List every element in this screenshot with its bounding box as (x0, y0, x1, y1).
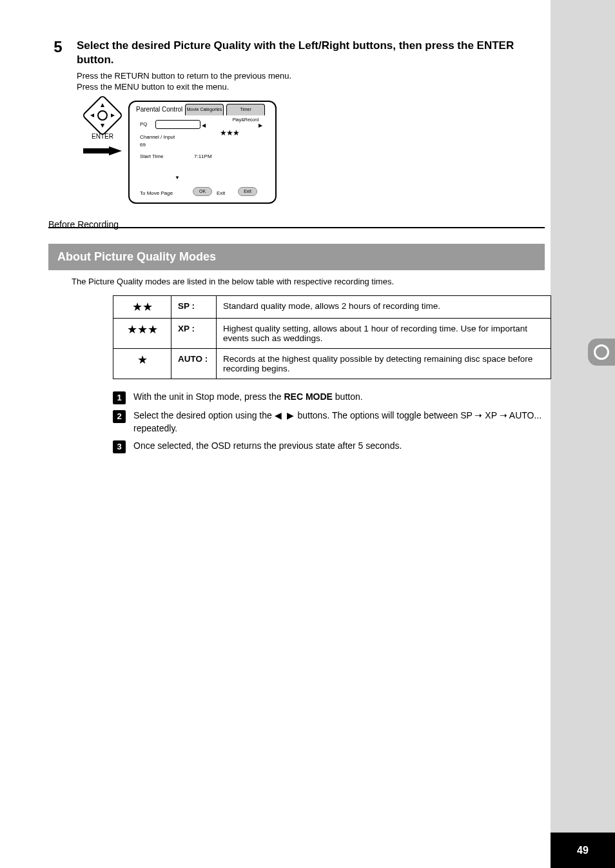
mode-desc: Records at the highest quality possible … (217, 348, 551, 379)
svg-marker-5 (83, 146, 122, 155)
text-b: button. (333, 391, 363, 402)
svg-marker-3 (90, 113, 94, 117)
step-text: Once selected, the OSD returns the previ… (133, 440, 551, 453)
step-text: Select the desired option using the ◀ ▶ … (133, 409, 551, 435)
mode-desc: Highest quality setting, allows about 1 … (217, 318, 551, 348)
svg-marker-2 (101, 124, 104, 128)
triangle-down-icon: ▼ (175, 175, 180, 181)
osd-row-channel: Channel / Input (140, 134, 175, 140)
left-right-triangles-icon: ◀ ▶ (275, 410, 295, 420)
osd-footer-right: Exit (217, 190, 225, 196)
list-item: 1 With the unit in Stop mode, press the … (113, 391, 551, 404)
step-number: 5 (48, 39, 68, 55)
triangle-left-icon: ◀ (202, 123, 206, 128)
mode-desc: Standard quality mode, allows 2 hours of… (217, 295, 551, 318)
page-number: 49 (551, 833, 615, 868)
section-divider: Before Recording (48, 227, 545, 228)
section-heading: About Picture Quality Modes (48, 244, 545, 270)
step-text: With the unit in Stop mode, press the RE… (133, 391, 551, 404)
osd-title: Parental Control (136, 106, 182, 113)
table-row: ★★★ XP : Highest quality setting, allows… (113, 318, 551, 348)
text-a: Once selected, the OSD returns the previ… (133, 440, 402, 451)
modes-table: ★★ SP : Standard quality mode, allows 2 … (113, 295, 551, 379)
mode-stars: ★★ (113, 295, 171, 318)
mode-label: SP : (171, 295, 217, 318)
thumb-tab (588, 339, 615, 366)
osd-footer-left: To Move Page (140, 190, 173, 196)
figure: ENTER Parental Control Movie Categories … (83, 101, 545, 204)
step-5: 5 Select the desired Picture Quality wit… (48, 39, 545, 204)
arrow-right-icon (83, 146, 122, 155)
osd-ok-button[interactable]: OK (193, 187, 212, 196)
divider-label: Before Recording (48, 219, 125, 230)
osd-row-channel-val: 69 (140, 142, 146, 148)
page-root: 49 5 Select the desired Picture Quality … (0, 0, 615, 868)
step-badge: 3 (113, 440, 126, 453)
tab-hole-icon (594, 344, 609, 360)
mode-label: XP : (171, 318, 217, 348)
list-item: 2 Select the desired option using the ◀ … (113, 409, 551, 435)
step-title: Select the desired Picture Quality with … (77, 39, 545, 67)
osd-tab-2: Timer Play&Record (226, 104, 265, 115)
osd-screen: Parental Control Movie Categories Timer … (128, 101, 277, 204)
osd-exit-button[interactable]: Exit (238, 187, 257, 196)
text-a: With the unit in Stop mode, press the (133, 391, 284, 402)
osd-row-pq-label: PQ (140, 121, 148, 127)
sidebar: 49 (551, 0, 615, 868)
numbered-steps: 1 With the unit in Stop mode, press the … (113, 391, 551, 453)
osd-row-start: Start Time (140, 153, 163, 159)
svg-marker-4 (111, 113, 115, 117)
table-row: ★★ SP : Standard quality mode, allows 2 … (113, 295, 551, 318)
dpad-icon (88, 101, 117, 130)
osd-stars: ★★★ (220, 128, 239, 137)
osd-tab-1: Movie Categories (185, 104, 224, 115)
osd-pq-field (155, 120, 200, 129)
content: 5 Select the desired Picture Quality wit… (48, 39, 545, 459)
section-sub: The Picture Quality modes are listed in … (72, 277, 545, 286)
svg-marker-1 (101, 103, 104, 107)
mode-label: AUTO : (171, 348, 217, 379)
svg-point-0 (98, 111, 107, 120)
step-badge: 1 (113, 391, 126, 404)
mode-stars: ★★★ (113, 318, 171, 348)
step-body: Select the desired Picture Quality with … (77, 39, 545, 204)
list-item: 3 Once selected, the OSD returns the pre… (113, 440, 551, 453)
remote-icon: ENTER (83, 101, 122, 157)
step-badge: 2 (113, 410, 126, 423)
step-desc-1: Press the RETURN button to return to the… (77, 71, 545, 82)
text-bold: REC MODE (284, 391, 332, 402)
triangle-right-icon: ▶ (259, 123, 262, 128)
mode-stars: ★ (113, 348, 171, 379)
step-desc-2: Press the MENU button to exit the menu. (77, 82, 545, 93)
osd-row-time: 7:11PM (194, 153, 212, 159)
text-a: Select the desired option using the (133, 410, 275, 420)
table-row: ★ AUTO : Records at the highest quality … (113, 348, 551, 379)
